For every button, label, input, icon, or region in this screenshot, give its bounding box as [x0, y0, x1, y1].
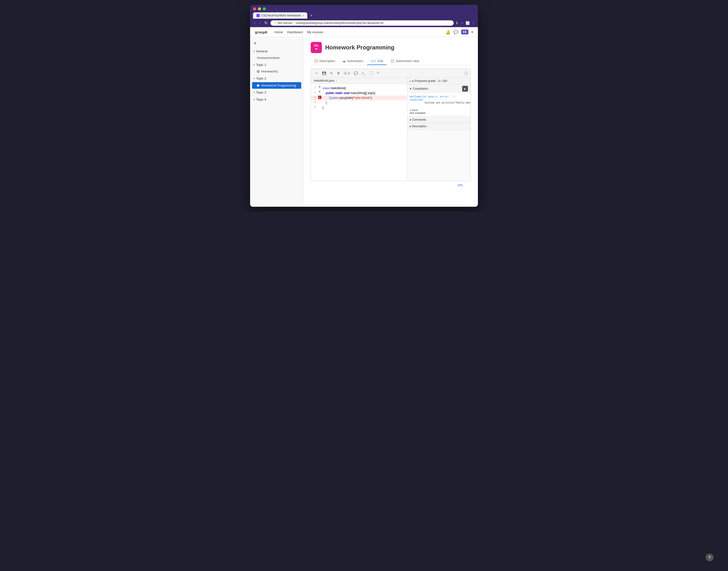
nav-right: 🔔 💬 EE ▾	[446, 29, 473, 34]
sidebar-section-topic1-label: Topic 1	[256, 63, 266, 67]
file-tab: HelloWorld.java ×	[311, 78, 407, 84]
tools-button[interactable]: ⚙	[335, 71, 342, 76]
help-button[interactable]: ?	[375, 71, 380, 76]
run-button[interactable]: ▶	[462, 86, 468, 92]
sidebar-section-topic1-header[interactable]: ▾ Topic 1	[250, 62, 303, 68]
nav-dashboard[interactable]: Dashboard	[287, 30, 303, 34]
address-bar[interactable]: ⚠ Not Secure | checkyourworkgroup.online…	[270, 20, 454, 26]
sidebar-section-topic4-header[interactable]: ▾ Topic 4	[250, 96, 303, 103]
menu-icon[interactable]: ⋮	[472, 21, 475, 25]
sidebar-item-homework1-label: Homework1	[261, 70, 278, 73]
nav-links: Home Dashboard My courses	[274, 30, 323, 34]
sidebar-section-topic2-header[interactable]: ▾ Topic 2	[250, 75, 303, 82]
compilation-body: HelloWorld.java:3: error: ';' expected S…	[407, 93, 470, 116]
sidebar-section-general-header[interactable]: ▾ General	[250, 48, 303, 54]
sidebar-section-topic2-label: Topic 2	[256, 77, 266, 80]
add-file-button[interactable]: ＋	[313, 70, 320, 76]
vpl-symbol: ✦	[315, 47, 318, 51]
edit-button[interactable]: ✎	[329, 71, 335, 76]
editor-container: ＋ 💾 ✎ ⚙ ☑ 2 💬 >_ ⛶ ? 🕐	[311, 69, 471, 181]
code-editor-panel: HelloWorld.java × 1 class HelloWorld{	[311, 78, 407, 181]
compilation-header[interactable]: ▾ Compilation ▶	[407, 84, 470, 93]
bookmark-icon[interactable]: ☆	[461, 21, 464, 25]
chevron-icon: ▾	[253, 77, 255, 80]
tab-edit[interactable]: </> Edit	[367, 58, 386, 65]
checklist-button[interactable]: ☑ 2	[342, 71, 351, 76]
tab-submission[interactable]: ☁ Submission	[339, 58, 367, 65]
comments-section-bar[interactable]: ▸ Comments	[407, 117, 470, 123]
address-url: checkyourworkgroup.online/mod/vpl/forms/…	[296, 21, 384, 25]
line-marker-2	[318, 91, 322, 92]
tab-favicon	[256, 14, 260, 17]
nav-home[interactable]: Home	[274, 30, 283, 34]
sidebar-section-general-label: General	[256, 49, 267, 53]
nav-mycourses[interactable]: My courses	[307, 30, 323, 34]
description-section-bar[interactable]: ▸ Description	[407, 123, 470, 130]
sidebar-section-topic3-header[interactable]: ▾ Topic 3	[250, 89, 303, 96]
error-count: 1 error Not compiled	[410, 109, 468, 114]
error-detail: System.out.println("Hello World!") ^	[410, 101, 468, 107]
terminal-button[interactable]: >_	[360, 71, 367, 76]
sidebar-item-homework1[interactable]: Homework1	[250, 68, 303, 75]
sidebar-section-topic3: ▾ Topic 3	[250, 89, 303, 96]
address-separator: |	[294, 21, 294, 25]
tab-submission-view[interactable]: 📋 Submission view	[387, 58, 422, 65]
site-logo[interactable]: group6	[255, 30, 267, 34]
compilation-label: Compilation	[413, 87, 428, 90]
code-editor[interactable]: 1 class HelloWorld{ 2 public static void…	[311, 84, 407, 181]
maximize-traffic-light[interactable]	[263, 7, 266, 10]
sidebar-section-topic4: ▾ Topic 4	[250, 96, 303, 103]
minimize-traffic-light[interactable]	[258, 7, 261, 10]
back-button[interactable]: ‹	[253, 20, 256, 26]
reload-button[interactable]: ↻	[263, 20, 268, 26]
comments-label: ▸ Comments	[410, 118, 426, 121]
fullscreen-button[interactable]: ⛶	[368, 71, 374, 76]
edit-tab-label: Edit	[378, 59, 383, 63]
code-line-3: 3 ✕ System.out.println("Hello World!")	[311, 96, 407, 100]
extensions-icon[interactable]: ⬜	[466, 21, 470, 25]
close-traffic-light[interactable]	[253, 7, 256, 10]
sidebar-item-homework-programming[interactable]: Homework Programming	[252, 82, 301, 89]
sidebar-item-announcements[interactable]: Announcements	[250, 54, 303, 61]
sidebar: ✕ ▾ General Announcements ▾ Topic 1	[250, 37, 304, 207]
share-icon[interactable]: ⬆	[456, 21, 459, 25]
editor-split: HelloWorld.java × 1 class HelloWorld{	[311, 78, 470, 181]
line-number-5: 5	[311, 105, 318, 108]
new-tab-button[interactable]: +	[308, 12, 315, 19]
file-close-button[interactable]: ×	[336, 80, 337, 82]
notification-icon[interactable]: 🔔	[446, 30, 451, 34]
browser-chrome: CSCheckYourWork Homework × +	[250, 5, 478, 19]
chevron-icon: ▾	[253, 64, 255, 66]
code-line-4: 4 }	[311, 100, 407, 105]
traffic-lights	[253, 7, 475, 10]
error-link[interactable]: HelloWorld.java:3: error: ';' expected	[410, 95, 456, 101]
run-icon: ▶	[464, 88, 466, 90]
sidebar-section-topic3-label: Topic 3	[256, 91, 266, 94]
sidebar-close-button[interactable]: ✕	[250, 40, 303, 48]
tab-description[interactable]: 📋 Description	[311, 58, 339, 65]
vpl-footer-link[interactable]: VPL	[457, 184, 463, 187]
sidebar-section-topic4-label: Topic 4	[256, 98, 266, 101]
proposed-grade-value: 0 / 100	[438, 79, 447, 83]
error-link-text: HelloWorld.java:3: error: ';' expected	[410, 95, 456, 101]
code-text-2: public static void main(String[] args){	[322, 91, 407, 95]
user-badge[interactable]: EE	[461, 29, 468, 34]
compilation-arrow-icon: ▾	[410, 87, 411, 90]
active-browser-tab[interactable]: CSCheckYourWork Homework ×	[253, 12, 307, 19]
browser-action-buttons: ⬆ ☆ ⬜ ⋮	[456, 21, 475, 25]
tab-close-btn[interactable]: ×	[302, 14, 304, 17]
forward-button[interactable]: ›	[258, 20, 261, 26]
code-line-1: 1 class HelloWorld{	[311, 86, 407, 91]
app-content: group6 Home Dashboard My courses 🔔 💬 EE …	[250, 27, 478, 207]
sidebar-item-homework-programming-label: Homework Programming	[261, 84, 296, 87]
user-menu-chevron[interactable]: ▾	[471, 30, 473, 34]
code-text-5: }	[322, 105, 407, 110]
code-text-1: class HelloWorld{	[322, 86, 407, 90]
save-button[interactable]: 💾	[321, 71, 328, 76]
chevron-icon: ▾	[253, 98, 255, 101]
description-label: ▸ Description	[410, 125, 427, 128]
comment-button[interactable]: 💬	[352, 71, 359, 76]
chevron-icon: ▾	[253, 50, 255, 52]
sidebar-section-topic1: ▾ Topic 1 Homework1	[250, 62, 303, 75]
chat-icon[interactable]: 💬	[454, 30, 458, 34]
